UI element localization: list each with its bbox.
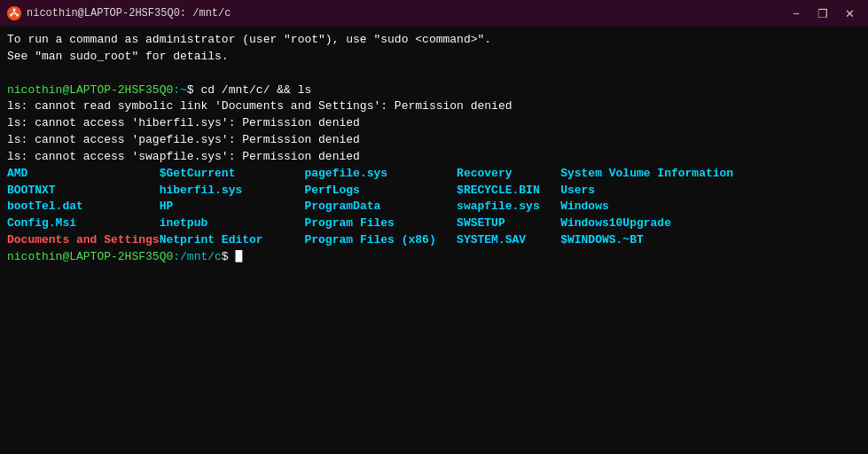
prompt2: nicothin@LAPTOP-2HSF35Q0:/mnt/c$ █ [7, 249, 861, 266]
ls-cell: SYSTEM.SAV [457, 232, 560, 249]
ls-cell: HP [160, 199, 305, 215]
ls-cell: ProgramData [304, 199, 457, 215]
titlebar: nicothin@LAPTOP-2HSF35Q0: /mnt/c − ❐ ✕ [0, 0, 868, 27]
err1: ls: cannot read symbolic link 'Documents… [7, 98, 861, 115]
titlebar-left: nicothin@LAPTOP-2HSF35Q0: /mnt/c [7, 6, 231, 20]
prompt2-symbol: $ [222, 249, 236, 266]
prompt2-path: :/mnt/c [173, 249, 222, 266]
ls-cell: inetpub [160, 215, 305, 232]
sudo-notice-line2: See "man sudo_root" for details. [7, 49, 861, 66]
ls-cell: $WINDOWS.~BT [560, 232, 644, 249]
ls-cell: Windows [560, 199, 609, 215]
prompt1-cmd: cd /mnt/c/ && ls [200, 82, 311, 99]
ls-row: BOOTNXT hiberfil.sys PerfLogs $RECYCLE.B… [7, 183, 861, 200]
maximize-button[interactable]: ❐ [811, 4, 834, 23]
ls-cell: $GetCurrent [160, 166, 305, 183]
minimize-button[interactable]: − [785, 4, 808, 23]
blank-line1 [7, 66, 861, 82]
prompt1: nicothin@LAPTOP-2HSF35Q0:~$ cd /mnt/c/ &… [7, 82, 861, 99]
ls-row: Config.Msi inetpub Program Files SWSETUP… [7, 215, 861, 232]
ls-cell: Netprint Editor [160, 232, 305, 249]
prompt1-symbol: $ [187, 82, 201, 99]
ls-cell: $RECYCLE.BIN [457, 183, 560, 200]
ls-cell: Config.Msi [7, 215, 160, 232]
sudo-notice-line1: To run a command as administrator (user … [7, 32, 861, 49]
ubuntu-icon [7, 6, 21, 20]
ls-output: AMD $GetCurrent pagefile.sys Recovery Sy… [7, 166, 861, 249]
ls-cell: Users [560, 183, 595, 200]
ls-row: bootTel.dat HP ProgramData swapfile.sys … [7, 199, 861, 215]
titlebar-controls: − ❐ ✕ [785, 4, 861, 23]
ls-cell: Recovery [457, 166, 560, 183]
ls-cell: System Volume Information [560, 166, 733, 183]
ls-cell: AMD [7, 166, 160, 183]
ls-cell: swapfile.sys [457, 199, 560, 215]
err3: ls: cannot access 'pagefile.sys': Permis… [7, 132, 861, 149]
ls-cell: PerfLogs [304, 183, 457, 200]
ls-row: AMD $GetCurrent pagefile.sys Recovery Sy… [7, 166, 861, 183]
ls-row: Documents and SettingsNetprint Editor Pr… [7, 232, 861, 249]
ls-cell: Program Files (x86) [304, 232, 457, 249]
ls-cell: pagefile.sys [304, 166, 457, 183]
ls-cell: SWSETUP [457, 215, 560, 232]
ls-cell: Program Files [304, 215, 457, 232]
prompt1-user: nicothin@LAPTOP-2HSF35Q0 [7, 82, 173, 99]
ls-cell: Windows10Upgrade [560, 215, 671, 232]
close-button[interactable]: ✕ [838, 4, 861, 23]
titlebar-title: nicothin@LAPTOP-2HSF35Q0: /mnt/c [27, 7, 231, 20]
ls-cell: hiberfil.sys [160, 183, 305, 200]
svg-point-1 [13, 9, 16, 12]
prompt1-path: :~ [173, 82, 187, 99]
ls-cell: bootTel.dat [7, 199, 160, 215]
ls-cell: Documents and Settings [7, 232, 160, 249]
terminal[interactable]: To run a command as administrator (user … [0, 27, 868, 454]
err4: ls: cannot access 'swapfile.sys': Permis… [7, 149, 861, 166]
prompt2-user: nicothin@LAPTOP-2HSF35Q0 [7, 249, 173, 266]
cursor: █ [235, 249, 242, 266]
err2: ls: cannot access 'hiberfil.sys': Permis… [7, 115, 861, 132]
ls-cell: BOOTNXT [7, 183, 160, 200]
